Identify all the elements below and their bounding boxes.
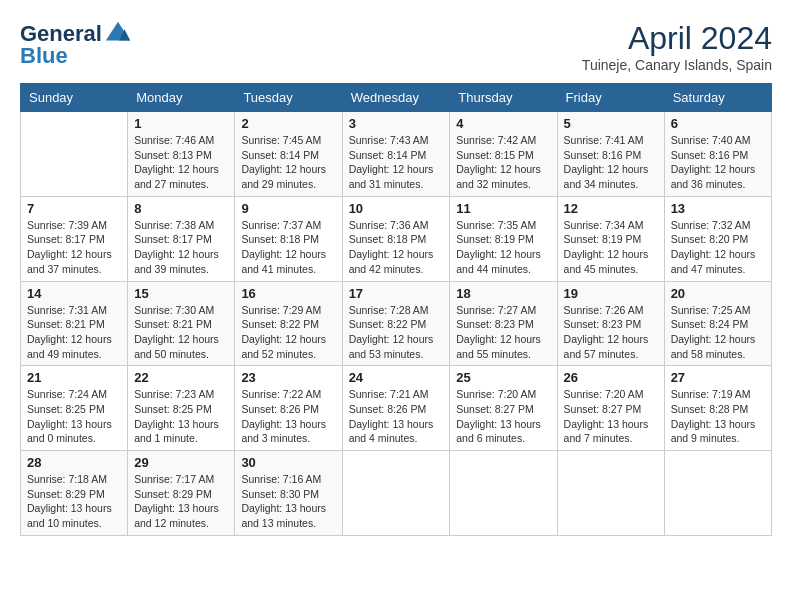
calendar-cell: 6Sunrise: 7:40 AM Sunset: 8:16 PM Daylig… — [664, 112, 771, 197]
calendar-cell: 19Sunrise: 7:26 AM Sunset: 8:23 PM Dayli… — [557, 281, 664, 366]
day-number: 3 — [349, 116, 444, 131]
day-number: 30 — [241, 455, 335, 470]
week-row-5: 28Sunrise: 7:18 AM Sunset: 8:29 PM Dayli… — [21, 451, 772, 536]
week-row-1: 1Sunrise: 7:46 AM Sunset: 8:13 PM Daylig… — [21, 112, 772, 197]
day-info: Sunrise: 7:21 AM Sunset: 8:26 PM Dayligh… — [349, 387, 444, 446]
day-number: 14 — [27, 286, 121, 301]
day-info: Sunrise: 7:30 AM Sunset: 8:21 PM Dayligh… — [134, 303, 228, 362]
calendar-cell: 14Sunrise: 7:31 AM Sunset: 8:21 PM Dayli… — [21, 281, 128, 366]
day-info: Sunrise: 7:18 AM Sunset: 8:29 PM Dayligh… — [27, 472, 121, 531]
page-header: General Blue April 2024 Tuineje, Canary … — [20, 20, 772, 73]
week-row-3: 14Sunrise: 7:31 AM Sunset: 8:21 PM Dayli… — [21, 281, 772, 366]
day-number: 2 — [241, 116, 335, 131]
calendar-cell: 9Sunrise: 7:37 AM Sunset: 8:18 PM Daylig… — [235, 196, 342, 281]
calendar-cell: 4Sunrise: 7:42 AM Sunset: 8:15 PM Daylig… — [450, 112, 557, 197]
weekday-header-wednesday: Wednesday — [342, 84, 450, 112]
calendar-cell — [342, 451, 450, 536]
calendar-table: SundayMondayTuesdayWednesdayThursdayFrid… — [20, 83, 772, 536]
calendar-cell: 26Sunrise: 7:20 AM Sunset: 8:27 PM Dayli… — [557, 366, 664, 451]
day-number: 12 — [564, 201, 658, 216]
calendar-cell: 21Sunrise: 7:24 AM Sunset: 8:25 PM Dayli… — [21, 366, 128, 451]
location-text: Tuineje, Canary Islands, Spain — [582, 57, 772, 73]
title-section: April 2024 Tuineje, Canary Islands, Spai… — [582, 20, 772, 73]
calendar-cell: 7Sunrise: 7:39 AM Sunset: 8:17 PM Daylig… — [21, 196, 128, 281]
day-info: Sunrise: 7:42 AM Sunset: 8:15 PM Dayligh… — [456, 133, 550, 192]
day-info: Sunrise: 7:28 AM Sunset: 8:22 PM Dayligh… — [349, 303, 444, 362]
calendar-cell: 16Sunrise: 7:29 AM Sunset: 8:22 PM Dayli… — [235, 281, 342, 366]
calendar-cell: 3Sunrise: 7:43 AM Sunset: 8:14 PM Daylig… — [342, 112, 450, 197]
day-info: Sunrise: 7:24 AM Sunset: 8:25 PM Dayligh… — [27, 387, 121, 446]
day-number: 10 — [349, 201, 444, 216]
day-number: 11 — [456, 201, 550, 216]
calendar-cell: 13Sunrise: 7:32 AM Sunset: 8:20 PM Dayli… — [664, 196, 771, 281]
day-number: 29 — [134, 455, 228, 470]
day-info: Sunrise: 7:41 AM Sunset: 8:16 PM Dayligh… — [564, 133, 658, 192]
day-info: Sunrise: 7:38 AM Sunset: 8:17 PM Dayligh… — [134, 218, 228, 277]
day-info: Sunrise: 7:17 AM Sunset: 8:29 PM Dayligh… — [134, 472, 228, 531]
calendar-cell: 28Sunrise: 7:18 AM Sunset: 8:29 PM Dayli… — [21, 451, 128, 536]
day-info: Sunrise: 7:39 AM Sunset: 8:17 PM Dayligh… — [27, 218, 121, 277]
calendar-cell: 17Sunrise: 7:28 AM Sunset: 8:22 PM Dayli… — [342, 281, 450, 366]
day-info: Sunrise: 7:29 AM Sunset: 8:22 PM Dayligh… — [241, 303, 335, 362]
day-info: Sunrise: 7:26 AM Sunset: 8:23 PM Dayligh… — [564, 303, 658, 362]
calendar-cell: 11Sunrise: 7:35 AM Sunset: 8:19 PM Dayli… — [450, 196, 557, 281]
day-info: Sunrise: 7:43 AM Sunset: 8:14 PM Dayligh… — [349, 133, 444, 192]
day-number: 27 — [671, 370, 765, 385]
day-info: Sunrise: 7:23 AM Sunset: 8:25 PM Dayligh… — [134, 387, 228, 446]
day-number: 22 — [134, 370, 228, 385]
logo: General Blue — [20, 20, 132, 68]
calendar-cell: 2Sunrise: 7:45 AM Sunset: 8:14 PM Daylig… — [235, 112, 342, 197]
day-info: Sunrise: 7:20 AM Sunset: 8:27 PM Dayligh… — [456, 387, 550, 446]
weekday-header-sunday: Sunday — [21, 84, 128, 112]
day-number: 25 — [456, 370, 550, 385]
week-row-2: 7Sunrise: 7:39 AM Sunset: 8:17 PM Daylig… — [21, 196, 772, 281]
weekday-header-monday: Monday — [128, 84, 235, 112]
calendar-cell — [450, 451, 557, 536]
calendar-cell: 24Sunrise: 7:21 AM Sunset: 8:26 PM Dayli… — [342, 366, 450, 451]
weekday-header-thursday: Thursday — [450, 84, 557, 112]
day-number: 1 — [134, 116, 228, 131]
day-info: Sunrise: 7:37 AM Sunset: 8:18 PM Dayligh… — [241, 218, 335, 277]
day-info: Sunrise: 7:34 AM Sunset: 8:19 PM Dayligh… — [564, 218, 658, 277]
day-number: 4 — [456, 116, 550, 131]
day-number: 18 — [456, 286, 550, 301]
day-info: Sunrise: 7:27 AM Sunset: 8:23 PM Dayligh… — [456, 303, 550, 362]
day-number: 23 — [241, 370, 335, 385]
day-number: 24 — [349, 370, 444, 385]
day-number: 17 — [349, 286, 444, 301]
calendar-cell — [557, 451, 664, 536]
calendar-cell: 20Sunrise: 7:25 AM Sunset: 8:24 PM Dayli… — [664, 281, 771, 366]
calendar-cell: 12Sunrise: 7:34 AM Sunset: 8:19 PM Dayli… — [557, 196, 664, 281]
calendar-cell: 5Sunrise: 7:41 AM Sunset: 8:16 PM Daylig… — [557, 112, 664, 197]
day-number: 13 — [671, 201, 765, 216]
weekday-header-row: SundayMondayTuesdayWednesdayThursdayFrid… — [21, 84, 772, 112]
day-number: 21 — [27, 370, 121, 385]
day-number: 19 — [564, 286, 658, 301]
day-info: Sunrise: 7:35 AM Sunset: 8:19 PM Dayligh… — [456, 218, 550, 277]
day-number: 6 — [671, 116, 765, 131]
day-number: 26 — [564, 370, 658, 385]
day-number: 7 — [27, 201, 121, 216]
calendar-cell: 29Sunrise: 7:17 AM Sunset: 8:29 PM Dayli… — [128, 451, 235, 536]
day-info: Sunrise: 7:45 AM Sunset: 8:14 PM Dayligh… — [241, 133, 335, 192]
week-row-4: 21Sunrise: 7:24 AM Sunset: 8:25 PM Dayli… — [21, 366, 772, 451]
calendar-cell: 15Sunrise: 7:30 AM Sunset: 8:21 PM Dayli… — [128, 281, 235, 366]
day-info: Sunrise: 7:19 AM Sunset: 8:28 PM Dayligh… — [671, 387, 765, 446]
weekday-header-tuesday: Tuesday — [235, 84, 342, 112]
calendar-cell: 27Sunrise: 7:19 AM Sunset: 8:28 PM Dayli… — [664, 366, 771, 451]
day-info: Sunrise: 7:22 AM Sunset: 8:26 PM Dayligh… — [241, 387, 335, 446]
day-number: 5 — [564, 116, 658, 131]
calendar-cell: 30Sunrise: 7:16 AM Sunset: 8:30 PM Dayli… — [235, 451, 342, 536]
day-number: 20 — [671, 286, 765, 301]
logo-icon — [104, 20, 132, 48]
calendar-cell: 1Sunrise: 7:46 AM Sunset: 8:13 PM Daylig… — [128, 112, 235, 197]
calendar-cell — [664, 451, 771, 536]
calendar-cell: 8Sunrise: 7:38 AM Sunset: 8:17 PM Daylig… — [128, 196, 235, 281]
calendar-cell — [21, 112, 128, 197]
day-number: 9 — [241, 201, 335, 216]
weekday-header-friday: Friday — [557, 84, 664, 112]
calendar-cell: 10Sunrise: 7:36 AM Sunset: 8:18 PM Dayli… — [342, 196, 450, 281]
day-info: Sunrise: 7:16 AM Sunset: 8:30 PM Dayligh… — [241, 472, 335, 531]
month-title: April 2024 — [582, 20, 772, 57]
calendar-cell: 22Sunrise: 7:23 AM Sunset: 8:25 PM Dayli… — [128, 366, 235, 451]
